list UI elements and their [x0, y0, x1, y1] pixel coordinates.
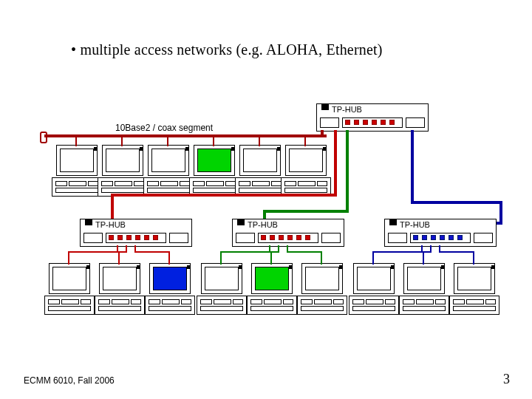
page-number: 3 — [503, 372, 510, 387]
trunk-mid-v — [346, 130, 349, 211]
hub-port — [126, 235, 132, 240]
computer-icon — [44, 263, 93, 316]
hub-port — [457, 235, 463, 240]
hub-port — [153, 235, 158, 240]
hub-port — [305, 235, 310, 240]
hub-port — [449, 235, 454, 240]
hub-drop — [126, 245, 127, 251]
hub-port — [345, 120, 350, 125]
coax-drop — [259, 136, 260, 146]
computer-icon — [95, 263, 143, 316]
coax-segment-label: 10Base2 / coax segment — [115, 123, 213, 133]
hub-port — [117, 235, 123, 240]
hub-port — [372, 120, 377, 125]
coax-segment — [44, 134, 318, 137]
terminator-left — [40, 132, 47, 143]
coax-to-hub-v — [321, 130, 324, 137]
trunk-right-v2 — [499, 201, 502, 223]
hub-drop — [168, 251, 170, 265]
hub-port — [381, 120, 386, 125]
computer-icon — [143, 145, 192, 198]
trunk-left-h — [111, 194, 337, 197]
hub-port — [413, 235, 418, 240]
computer-icon — [197, 263, 245, 316]
hub-drop — [430, 245, 432, 251]
hub-right: TP-HUB — [384, 219, 497, 247]
hub-drop — [287, 251, 322, 253]
computer-icon — [449, 263, 498, 316]
hub-left: TP-HUB — [80, 219, 192, 247]
hub-port — [431, 235, 436, 240]
hub-drop — [421, 245, 423, 251]
computer-icon — [281, 145, 330, 198]
hub-mid: TP-HUB — [232, 219, 344, 247]
coax-drop — [213, 136, 214, 146]
coax-drop — [167, 136, 168, 146]
coax-drop — [304, 136, 306, 146]
hub-port — [144, 235, 149, 240]
hub-port — [109, 235, 114, 240]
hub-right-label: TP-HUB — [400, 220, 430, 229]
trunk-right-v1 — [411, 130, 414, 202]
hub-port — [287, 235, 293, 240]
hub-drop — [321, 251, 322, 265]
coax-drop — [75, 136, 77, 146]
slide-bullet: • multiple access networks (e.g. ALOHA, … — [71, 41, 383, 58]
hub-drop — [68, 251, 69, 265]
footer-course: ECMM 6010, Fall 2006 — [24, 375, 115, 386]
computer-icon — [297, 263, 346, 316]
hub-drop — [423, 251, 424, 265]
hub-drop — [220, 251, 270, 253]
computer-icon — [235, 145, 284, 198]
hub-drop — [439, 245, 440, 251]
hub-port — [363, 120, 368, 125]
hub-drop — [134, 251, 170, 253]
hub-top-label: TP-HUB — [332, 105, 362, 114]
hub-drop — [220, 251, 222, 265]
hub-drop — [372, 251, 423, 253]
hub-drop — [134, 245, 136, 251]
computer-icon — [349, 263, 398, 316]
hub-drop — [473, 251, 474, 265]
hub-drop — [269, 245, 270, 251]
trunk-mid-h — [263, 210, 349, 213]
hub-drop — [118, 251, 120, 265]
hub-left-label: TP-HUB — [95, 220, 126, 229]
hub-drop — [278, 245, 279, 251]
hub-drop — [270, 251, 272, 265]
hub-port — [261, 235, 266, 240]
hub-port — [389, 120, 395, 125]
hub-drop — [372, 251, 374, 265]
computer-icon — [399, 263, 448, 316]
hub-drop — [287, 245, 288, 251]
trunk-right-h1 — [411, 201, 502, 204]
coax-drop — [121, 136, 123, 146]
computer-icon — [98, 145, 146, 198]
hub-port — [422, 235, 427, 240]
hub-drop — [68, 251, 118, 253]
hub-port — [354, 120, 359, 125]
hub-port — [296, 235, 301, 240]
hub-port — [135, 235, 140, 240]
hub-drop — [439, 251, 474, 253]
hub-top: TP-HUB — [316, 103, 429, 132]
hub-port — [440, 235, 445, 240]
computer-icon — [145, 263, 194, 316]
trunk-left-drop — [111, 194, 114, 220]
hub-port — [279, 235, 284, 240]
computer-icon — [52, 145, 100, 198]
computer-icon — [247, 263, 296, 316]
computer-icon — [189, 145, 238, 198]
hub-drop — [117, 245, 118, 251]
hub-port — [270, 235, 275, 240]
trunk-left-v — [334, 130, 337, 195]
hub-mid-label: TP-HUB — [248, 220, 278, 229]
